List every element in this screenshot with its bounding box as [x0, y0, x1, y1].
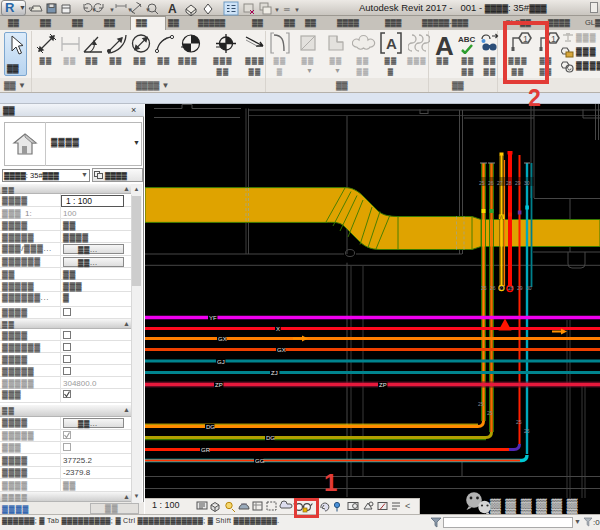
svg-text:GG: GG	[255, 458, 265, 464]
svg-text:29: 29	[517, 285, 523, 291]
svg-text:▼: ▼	[91, 7, 97, 13]
svg-text:ZJ: ZJ	[271, 370, 278, 376]
svg-text:YF: YF	[209, 315, 217, 321]
svg-text:GJ: GJ	[217, 359, 225, 365]
svg-text:X: X	[276, 326, 280, 332]
svg-text:30: 30	[524, 180, 530, 186]
svg-text:25: 25	[487, 410, 493, 416]
svg-text:GR: GR	[201, 447, 211, 453]
svg-text:25: 25	[481, 285, 487, 291]
svg-text:▼: ▼	[127, 7, 133, 13]
svg-text:ABC: ABC	[458, 35, 476, 44]
svg-text:1: 1	[324, 469, 337, 496]
svg-text:GX: GX	[218, 336, 227, 342]
svg-text:26: 26	[488, 180, 494, 186]
svg-text:28: 28	[506, 180, 512, 186]
svg-text:26: 26	[490, 285, 496, 291]
svg-text:25: 25	[524, 428, 530, 434]
svg-text:A: A	[386, 35, 397, 52]
svg-text:▼: ▼	[145, 7, 151, 13]
svg-text:30: 30	[526, 285, 532, 291]
svg-text:1: 1	[551, 34, 556, 44]
svg-text:▼: ▼	[294, 7, 300, 13]
svg-text:DG: DG	[206, 424, 215, 430]
svg-text:DG: DG	[266, 435, 275, 441]
svg-text:ZP: ZP	[379, 382, 387, 388]
svg-text:A: A	[168, 2, 177, 16]
svg-text:▼: ▼	[109, 7, 115, 13]
svg-text:▼: ▼	[274, 7, 280, 13]
svg-text:▓▓▓▓▓▓: ▓▓▓▓▓▓	[490, 497, 582, 514]
svg-text:ZP: ZP	[215, 382, 223, 388]
svg-text:29: 29	[515, 180, 521, 186]
svg-text:27: 27	[499, 285, 505, 291]
svg-text:25: 25	[479, 180, 485, 186]
svg-text:25: 25	[516, 419, 522, 425]
svg-text:25: 25	[478, 401, 484, 407]
svg-text:GX: GX	[277, 347, 286, 353]
svg-text:28: 28	[508, 285, 514, 291]
svg-text:27: 27	[497, 180, 503, 186]
svg-text:═: ═	[283, 5, 290, 14]
